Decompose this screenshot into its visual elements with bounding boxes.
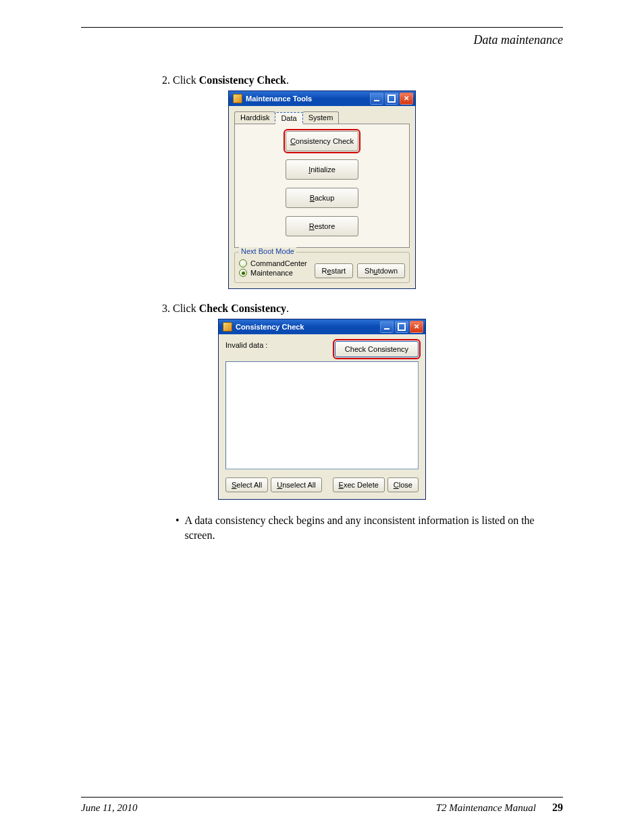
exec-delete-label: xec Delete (344, 481, 379, 489)
radio-commandcenter-label: CommandCenter (250, 259, 307, 267)
tab-data[interactable]: Data (275, 112, 302, 124)
footer-page-number: 29 (552, 802, 563, 814)
step-2-bold: Consistency Check (199, 74, 286, 86)
dialog-consistency-check: Consistency Check Invalid data : Check C… (218, 319, 426, 500)
check-pre: C (345, 345, 350, 353)
step-3-suffix: . (286, 303, 289, 314)
radio-commandcenter[interactable] (239, 259, 247, 267)
select-all-button[interactable]: Select All (225, 477, 268, 492)
maximize-button[interactable] (395, 321, 408, 333)
group-legend: Next Boot Mode (239, 247, 296, 255)
footer-manual: T2 Maintenance Manual (436, 802, 536, 814)
step-2-prefix: Click (173, 74, 199, 86)
close-button[interactable] (410, 321, 423, 333)
footer-date: June 11, 2010 (81, 802, 137, 814)
exec-delete-mnemonic: E (339, 481, 344, 489)
shutdown-button[interactable]: Shutdown (357, 263, 405, 278)
select-all-label: elect All (236, 481, 262, 489)
backup-button[interactable]: Backup (286, 188, 358, 208)
section-heading: Data maintenance (81, 33, 563, 47)
step-2-suffix: . (286, 74, 289, 86)
bullet-dot: • (176, 513, 180, 542)
app-icon (233, 94, 242, 103)
bullet-text: A data consistency check begins and any … (185, 513, 549, 542)
header-rule (81, 27, 563, 28)
shutdown-pre: Sh (365, 267, 373, 275)
consistency-check-button[interactable]: Consistency Check (286, 131, 358, 151)
consistency-label: onsistency Check (296, 137, 354, 145)
dialog-maintenance-tools: Maintenance Tools Harddisk Data System C… (228, 90, 416, 289)
tab-system[interactable]: System (302, 111, 340, 124)
step-3-prefix: Click (173, 303, 199, 314)
minimize-button[interactable] (370, 93, 383, 105)
unselect-all-label: nselect All (282, 481, 316, 489)
step-2-number: 2. (162, 74, 170, 86)
tab-strip: Harddisk Data System (234, 111, 410, 124)
step-2: 2. Click Consistency Check. (162, 74, 563, 86)
dialog1-title: Maintenance Tools (246, 95, 312, 103)
exec-delete-button[interactable]: Exec Delete (333, 477, 385, 492)
titlebar: Maintenance Tools (229, 91, 415, 106)
restart-pre: R (322, 267, 327, 275)
restore-label: estore (315, 222, 336, 230)
minimize-button[interactable] (380, 321, 394, 333)
radio-maintenance[interactable] (239, 269, 247, 277)
unselect-all-button[interactable]: Unselect All (271, 477, 321, 492)
close-mnemonic: C (394, 481, 399, 489)
initialize-button[interactable]: Initialize (286, 159, 358, 180)
invalid-data-label: Invalid data : (225, 341, 267, 349)
step-3-number: 3. (162, 303, 170, 314)
titlebar: Consistency Check (219, 319, 425, 334)
dialog2-title: Consistency Check (236, 323, 304, 331)
maximize-button[interactable] (385, 93, 398, 105)
check-post: eck Consistency (354, 345, 408, 353)
close-dialog-button[interactable]: Close (387, 477, 419, 492)
restore-button[interactable]: Restore (286, 216, 358, 236)
shutdown-post: tdown (378, 267, 398, 275)
radio-maintenance-label: Maintenance (250, 269, 293, 277)
backup-mnemonic: B (310, 194, 315, 202)
restore-mnemonic: R (309, 222, 315, 230)
tab-panel-data: Consistency Check Initialize Backup Rest… (234, 124, 410, 248)
tab-harddisk[interactable]: Harddisk (234, 111, 275, 124)
close-label: lose (399, 481, 412, 489)
result-bullet: • A data consistency check begins and an… (176, 513, 549, 542)
backup-label: ackup (315, 194, 334, 202)
step-3: 3. Click Check Consistency. (162, 303, 563, 315)
check-consistency-button[interactable]: Check Consistency (335, 341, 419, 357)
restart-post: start (331, 267, 346, 275)
page-footer: June 11, 2010 T2 Maintenance Manual 29 (81, 797, 563, 814)
step-3-bold: Check Consistency (199, 303, 286, 314)
close-button[interactable] (400, 93, 413, 105)
app-icon (223, 322, 232, 332)
invalid-data-list[interactable] (225, 361, 419, 469)
next-boot-mode-group: Next Boot Mode CommandCenter Maintenance… (234, 252, 410, 283)
initialize-label: nitialize (311, 165, 336, 174)
consistency-mnemonic: C (290, 137, 296, 145)
restart-button[interactable]: Restart (315, 263, 353, 278)
